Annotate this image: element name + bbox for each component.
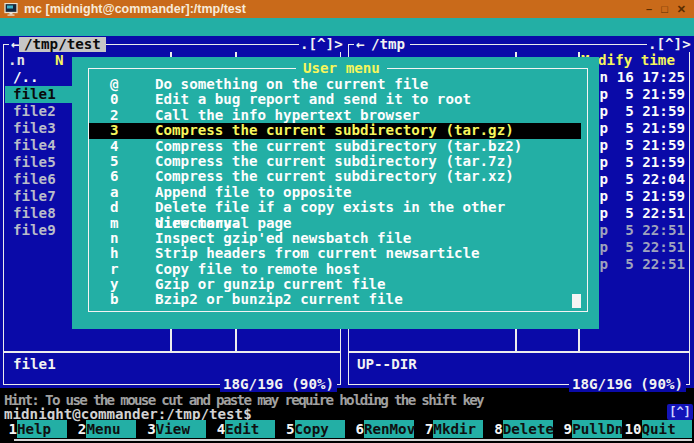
user-menu-item[interactable]: 3 Compress the current subdirectory (tar… bbox=[89, 123, 581, 138]
mtime-cell[interactable]: p 5 21:59 bbox=[599, 137, 685, 154]
function-key-label: RenMov bbox=[364, 420, 414, 438]
user-menu-hotkey: r bbox=[110, 262, 155, 277]
close-button[interactable]: ✕ bbox=[677, 1, 686, 17]
user-menu-label: Delete file if a copy exists in the othe… bbox=[155, 200, 581, 215]
minimize-button[interactable]: – bbox=[646, 1, 652, 17]
right-panel-path[interactable]: /tmp bbox=[366, 37, 410, 52]
function-key-label: Help bbox=[17, 420, 67, 438]
user-menu-item[interactable]: r Copy file to remote host bbox=[89, 262, 581, 277]
user-menu-label: Gzip or gunzip current file bbox=[155, 277, 386, 292]
mtime-cell[interactable]: p 5 22:51 bbox=[599, 222, 685, 239]
user-menu-hotkey: 4 bbox=[110, 139, 155, 154]
function-key-number: 8 bbox=[486, 420, 503, 438]
user-menu-hotkey: y bbox=[110, 277, 155, 292]
function-key-button[interactable]: 6 RenMov bbox=[347, 420, 416, 438]
user-menu-hotkey: 6 bbox=[110, 169, 155, 184]
left-panel-ministatus: file1 bbox=[13, 356, 56, 372]
function-key-button[interactable]: 9 PullDn bbox=[555, 420, 624, 438]
user-menu-label: Compress the current subdirectory (tar.b… bbox=[155, 139, 522, 154]
left-panel-path[interactable]: /tmp/test bbox=[19, 37, 106, 52]
function-key-number: 6 bbox=[347, 420, 364, 438]
user-menu-hotkey: b bbox=[110, 292, 155, 307]
function-key-button[interactable]: 10 Quit bbox=[625, 420, 694, 438]
user-menu-item[interactable]: b Bzip2 or bunzip2 current file bbox=[89, 292, 581, 307]
user-menu-label: Edit a bug report and send it to root bbox=[155, 92, 471, 107]
user-menu-label: View manual page bbox=[155, 216, 292, 231]
user-menu-list: @ Do something on the current file 0 Edi… bbox=[89, 77, 581, 308]
left-panel-updir-button[interactable]: .[^]> bbox=[299, 37, 344, 52]
user-menu-label: Compress the current subdirectory (tar.7… bbox=[155, 154, 514, 169]
user-menu-item[interactable]: d Delete file if a copy exists in the ot… bbox=[89, 200, 581, 215]
user-menu-item[interactable]: h Strip headers from current newsarticle bbox=[89, 246, 581, 261]
dialog-title: User menu bbox=[296, 60, 387, 76]
user-menu-item[interactable]: 2 Call the info hypertext browser bbox=[89, 108, 581, 123]
user-menu-hotkey: 0 bbox=[110, 92, 155, 107]
user-menu-item[interactable]: n Inspect gzip'ed newsbatch file bbox=[89, 231, 581, 246]
function-key-number: 3 bbox=[139, 420, 156, 438]
user-menu-label: Copy file to remote host bbox=[155, 262, 360, 277]
right-panel-free-space: 18G/19G (90%) bbox=[569, 377, 686, 392]
function-key-button[interactable]: 7 Mkdir bbox=[416, 420, 485, 438]
history-up-button[interactable]: [^] bbox=[667, 404, 693, 420]
function-key-label: Delete bbox=[503, 420, 553, 438]
user-menu-item[interactable]: 5 Compress the current subdirectory (tar… bbox=[89, 154, 581, 169]
user-menu-item[interactable]: 6 Compress the current subdirectory (tar… bbox=[89, 169, 581, 184]
user-menu-item[interactable]: y Gzip or gunzip current file bbox=[89, 277, 581, 292]
user-menu-item[interactable]: m View manual page bbox=[89, 216, 581, 231]
mtime-cell[interactable]: n 16 17:25 bbox=[599, 69, 685, 86]
right-panel-mtime-column: n 16 17:25p 5 21:59p 5 21:59p 5 21:59p 5… bbox=[599, 69, 685, 273]
mtime-cell[interactable]: p 5 21:59 bbox=[599, 103, 685, 120]
mtime-cell[interactable]: p 5 21:59 bbox=[599, 86, 685, 103]
window-bottom-edge[interactable] bbox=[14, 439, 692, 441]
left-panel-ministatus-separator bbox=[4, 351, 340, 353]
maximize-button[interactable]: □ bbox=[661, 1, 668, 17]
mtime-cell[interactable]: p 5 22:04 bbox=[599, 171, 685, 188]
function-key-button[interactable]: 4 Edit bbox=[208, 420, 277, 438]
user-menu-hotkey: 3 bbox=[110, 123, 155, 138]
user-menu-label: Append file to opposite bbox=[155, 185, 351, 200]
user-menu-item[interactable]: a Append file to opposite bbox=[89, 185, 581, 200]
function-key-number: 10 bbox=[625, 420, 642, 438]
mtime-cell[interactable]: p 5 21:59 bbox=[599, 120, 685, 137]
user-menu-label: Do something on the current file bbox=[155, 77, 428, 92]
function-key-button[interactable]: 2 Menu bbox=[69, 420, 138, 438]
user-menu-hotkey: n bbox=[110, 231, 155, 246]
function-key-label: Edit bbox=[225, 420, 275, 438]
user-menu-hotkey: 2 bbox=[110, 108, 155, 123]
right-panel-updir-button[interactable]: .[^]> bbox=[647, 37, 692, 52]
right-panel-ministatus-separator bbox=[349, 351, 689, 353]
user-menu-item[interactable]: 4 Compress the current subdirectory (tar… bbox=[89, 139, 581, 154]
function-key-button[interactable]: 5 Copy bbox=[278, 420, 347, 438]
user-menu-hotkey: 5 bbox=[110, 154, 155, 169]
window-titlebar[interactable]: mc [midnight@commander]:/tmp/test – □ ✕ bbox=[0, 0, 694, 18]
mtime-cell[interactable]: p 5 22:51 bbox=[599, 205, 685, 222]
left-panel-sort-marker[interactable]: .n bbox=[8, 52, 25, 68]
left-panel-free-space: 18G/19G (90%) bbox=[220, 377, 337, 392]
function-key-bar: 1 Help 2 Menu 3 View 4 Edit 5 Copy 6 Ren… bbox=[0, 420, 694, 438]
mtime-cell[interactable]: p 5 22:51 bbox=[599, 239, 685, 256]
user-menu-label: Inspect gzip'ed newsbatch file bbox=[155, 231, 411, 246]
window-title: mc [midnight@commander]:/tmp/test bbox=[24, 2, 246, 16]
user-menu-hotkey: @ bbox=[110, 77, 155, 92]
function-key-number: 7 bbox=[416, 420, 433, 438]
mtime-cell[interactable]: p 5 22:51 bbox=[599, 256, 685, 273]
function-key-button[interactable]: 1 Help bbox=[0, 420, 69, 438]
left-panel-name-header[interactable]: N bbox=[55, 52, 64, 68]
mtime-cell[interactable]: p 5 21:59 bbox=[599, 154, 685, 171]
user-menu-hotkey: a bbox=[110, 185, 155, 200]
function-key-label: Menu bbox=[86, 420, 136, 438]
function-key-label: Quit bbox=[642, 420, 692, 438]
function-key-button[interactable]: 8 Delete bbox=[486, 420, 555, 438]
menu-bar bbox=[0, 18, 694, 36]
user-menu-dialog: User menu @ Do something on the current … bbox=[72, 57, 599, 329]
user-menu-label: Call the info hypertext browser bbox=[155, 108, 420, 123]
user-menu-hotkey: h bbox=[110, 246, 155, 261]
function-key-button[interactable]: 3 View bbox=[139, 420, 208, 438]
user-menu-item[interactable]: 0 Edit a bug report and send it to root bbox=[89, 92, 581, 107]
function-key-label: Copy bbox=[295, 420, 345, 438]
right-panel-history-back-icon[interactable]: ← bbox=[354, 37, 367, 52]
function-key-number: 5 bbox=[278, 420, 295, 438]
terminal-icon bbox=[4, 3, 18, 16]
mtime-cell[interactable]: p 5 21:59 bbox=[599, 188, 685, 205]
user-menu-item[interactable]: @ Do something on the current file bbox=[89, 77, 581, 92]
